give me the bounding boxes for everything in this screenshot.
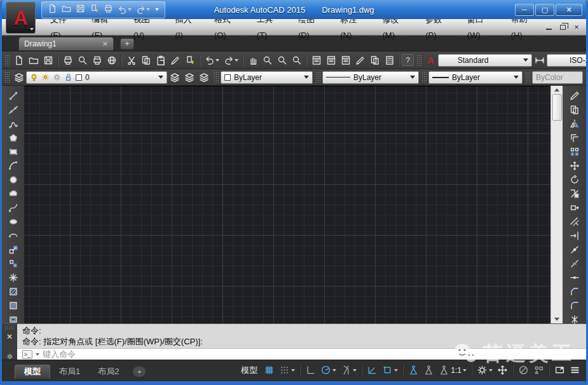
grid-display-button[interactable] (262, 363, 277, 378)
autoscale-button[interactable] (421, 363, 436, 378)
rotate-button[interactable] (566, 173, 583, 187)
scrollbar-thumb[interactable] (552, 94, 562, 121)
hatch-button[interactable] (5, 285, 22, 299)
quickcalc-button[interactable] (382, 53, 397, 67)
drawing-canvas[interactable] (24, 86, 550, 323)
command-input-placeholder[interactable]: 键入命令 (43, 349, 76, 360)
doc-minimize-button[interactable] (544, 24, 553, 31)
extend-button[interactable] (566, 229, 583, 243)
toolbar-grip[interactable] (214, 72, 219, 83)
toolbar-grip[interactable] (4, 72, 10, 83)
minimize-button[interactable]: ─ (515, 4, 534, 16)
plot-button[interactable] (90, 53, 104, 67)
save-button[interactable] (41, 53, 55, 67)
rectangle-button[interactable] (5, 145, 22, 159)
qat-save-button[interactable] (76, 4, 85, 16)
command-window-grip[interactable] (4, 326, 15, 329)
color-combo[interactable]: ByLayer (221, 71, 313, 84)
toolbar-grip[interactable] (421, 72, 427, 83)
markup-set-manager-button[interactable] (367, 53, 382, 67)
annotation-scale-button[interactable]: 1:1 (437, 363, 468, 378)
file-tab-drawing1[interactable]: Drawing1 ✕ (18, 37, 114, 51)
customize-plus-button[interactable] (495, 363, 510, 378)
dim-style-button[interactable] (532, 53, 547, 67)
arc-button[interactable] (5, 159, 22, 173)
toolbar-grip[interactable] (315, 72, 320, 83)
stretch-button[interactable] (566, 201, 583, 215)
vertical-scrollbar[interactable] (550, 86, 563, 323)
clean-screen-button[interactable] (552, 363, 567, 378)
workspace-switching-button[interactable] (475, 363, 495, 378)
lineweight-combo[interactable]: ByLayer (428, 71, 523, 84)
break-button[interactable] (566, 257, 583, 271)
cut-button[interactable] (124, 53, 139, 67)
object-snap-tracking-button[interactable] (365, 363, 379, 378)
redo-button[interactable] (221, 53, 240, 67)
polar-tracking-button[interactable] (318, 363, 338, 378)
maximize-button[interactable]: ▢ (535, 4, 554, 16)
break-at-point-button[interactable] (566, 243, 583, 257)
scroll-down-icon[interactable] (554, 318, 559, 321)
layout-tab-layout2[interactable]: 布局2 (89, 365, 128, 379)
qat-save-as-button[interactable] (90, 4, 99, 16)
plot-preview-button[interactable] (75, 53, 90, 67)
circle-button[interactable] (5, 173, 22, 187)
zoom-realtime-button[interactable] (260, 53, 275, 67)
copy-object-button[interactable] (566, 103, 583, 117)
layer-states-button[interactable] (196, 70, 211, 84)
doc-close-button[interactable]: × (572, 24, 581, 31)
layer-previous-button[interactable] (182, 70, 196, 84)
qat-open-button[interactable] (62, 4, 71, 16)
polyline-button[interactable] (5, 117, 22, 131)
polygon-button[interactable] (5, 131, 22, 145)
properties-button[interactable] (309, 53, 324, 67)
gradient-button[interactable] (5, 299, 22, 313)
revision-cloud-button[interactable] (5, 187, 22, 201)
match-properties-button[interactable] (168, 53, 182, 67)
close-tab-icon[interactable]: ✕ (102, 40, 108, 48)
offset-button[interactable] (566, 131, 583, 145)
close-command-window-icon[interactable]: ✕ (6, 333, 13, 341)
toolbar-grip[interactable] (525, 72, 530, 83)
layout-tab-layout1[interactable]: 布局1 (50, 365, 89, 379)
object-snap-button[interactable] (380, 363, 400, 378)
trim-button[interactable] (566, 215, 583, 229)
new-button[interactable] (11, 53, 26, 67)
publish-button[interactable] (104, 53, 119, 67)
chevron-down-icon[interactable] (36, 353, 39, 356)
pan-button[interactable] (245, 53, 260, 67)
toolbar-grip[interactable] (4, 55, 10, 66)
open-button[interactable] (26, 53, 41, 67)
qat-customize-icon[interactable] (155, 8, 159, 11)
annotation-visibility-button[interactable] (406, 363, 421, 378)
help-button[interactable]: ? (402, 54, 414, 66)
line-button[interactable] (5, 89, 22, 103)
application-menu-button[interactable]: A (6, 2, 36, 34)
command-input-row[interactable]: >_ 键入命令 (17, 348, 586, 360)
design-center-button[interactable] (324, 53, 338, 67)
scale-button[interactable] (566, 187, 583, 201)
make-block-button[interactable] (5, 257, 22, 271)
snap-mode-button[interactable] (277, 363, 297, 378)
construction-line-button[interactable] (5, 103, 22, 117)
zoom-previous-button[interactable] (289, 53, 304, 67)
tool-palettes-button[interactable] (338, 53, 353, 67)
undo-button[interactable] (202, 53, 221, 67)
insert-block-button[interactable] (5, 243, 22, 257)
mirror-button[interactable] (566, 117, 583, 131)
copy-button[interactable] (139, 53, 153, 67)
layer-properties-button[interactable] (11, 70, 26, 84)
customize-wrench-icon[interactable] (6, 353, 14, 360)
doc-restore-button[interactable] (558, 24, 567, 31)
new-layout-button[interactable]: + (133, 367, 146, 377)
qat-new-button[interactable] (48, 4, 57, 16)
ellipse-button[interactable] (5, 215, 22, 229)
erase-button[interactable] (566, 89, 583, 103)
print-button[interactable] (60, 53, 75, 67)
fillet-button[interactable] (566, 299, 583, 313)
move-button[interactable] (566, 159, 583, 173)
spline-button[interactable] (5, 201, 22, 215)
graphics-performance-button[interactable] (531, 363, 546, 378)
zoom-window-button[interactable] (275, 53, 289, 67)
qat-print-button[interactable] (104, 4, 113, 16)
